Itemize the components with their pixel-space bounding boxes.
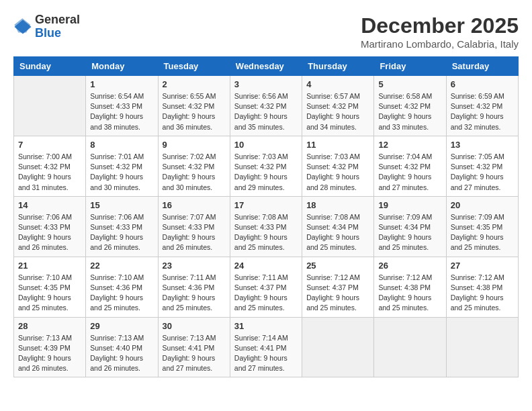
day-number: 21: [18, 261, 81, 271]
calendar-week-row: 21Sunrise: 7:10 AMSunset: 4:35 PMDayligh…: [14, 257, 519, 317]
calendar-title: December 2025: [361, 13, 519, 38]
day-info: Sunrise: 6:59 AMSunset: 4:32 PMDaylight:…: [451, 91, 514, 132]
day-info: Sunrise: 7:02 AMSunset: 4:32 PMDaylight:…: [163, 152, 226, 193]
weekday-header: Sunday: [14, 57, 86, 76]
calendar-day-cell: 17Sunrise: 7:08 AMSunset: 4:33 PMDayligh…: [230, 196, 302, 257]
day-number: 5: [378, 79, 441, 89]
day-number: 31: [234, 321, 298, 331]
title-area: December 2025 Martirano Lombardo, Calabr…: [361, 13, 519, 50]
calendar-day-cell: 10Sunrise: 7:03 AMSunset: 4:32 PMDayligh…: [230, 136, 302, 196]
day-info: Sunrise: 7:11 AMSunset: 4:37 PMDaylight:…: [234, 273, 298, 314]
calendar-day-cell: [302, 317, 374, 377]
day-number: 24: [234, 261, 298, 271]
day-number: 28: [18, 321, 81, 331]
calendar-day-cell: 30Sunrise: 7:13 AMSunset: 4:41 PMDayligh…: [158, 317, 230, 377]
day-number: 26: [378, 261, 441, 271]
weekday-header: Wednesday: [230, 57, 302, 76]
day-number: 8: [90, 140, 153, 150]
weekday-header: Tuesday: [158, 57, 230, 76]
day-info: Sunrise: 7:03 AMSunset: 4:32 PMDaylight:…: [234, 152, 298, 193]
day-number: 12: [378, 140, 441, 150]
day-number: 20: [451, 200, 514, 210]
day-info: Sunrise: 7:05 AMSunset: 4:32 PMDaylight:…: [451, 152, 514, 193]
calendar-day-cell: 8Sunrise: 7:01 AMSunset: 4:32 PMDaylight…: [86, 136, 158, 196]
day-info: Sunrise: 7:13 AMSunset: 4:39 PMDaylight:…: [18, 333, 81, 374]
calendar-day-cell: 12Sunrise: 7:04 AMSunset: 4:32 PMDayligh…: [374, 136, 446, 196]
day-number: 19: [378, 200, 441, 210]
calendar-day-cell: [374, 317, 446, 377]
calendar-day-cell: 15Sunrise: 7:06 AMSunset: 4:33 PMDayligh…: [86, 196, 158, 257]
day-info: Sunrise: 7:08 AMSunset: 4:33 PMDaylight:…: [234, 212, 298, 253]
calendar-day-cell: 13Sunrise: 7:05 AMSunset: 4:32 PMDayligh…: [446, 136, 518, 196]
logo-icon: [13, 17, 32, 36]
day-number: 23: [163, 261, 226, 271]
day-info: Sunrise: 7:13 AMSunset: 4:40 PMDaylight:…: [90, 333, 153, 374]
day-number: 2: [163, 79, 226, 89]
calendar-day-cell: 24Sunrise: 7:11 AMSunset: 4:37 PMDayligh…: [230, 257, 302, 317]
calendar-day-cell: 3Sunrise: 6:56 AMSunset: 4:32 PMDaylight…: [230, 76, 302, 136]
day-info: Sunrise: 7:10 AMSunset: 4:35 PMDaylight:…: [18, 273, 81, 314]
day-info: Sunrise: 7:12 AMSunset: 4:38 PMDaylight:…: [378, 273, 441, 314]
day-info: Sunrise: 7:14 AMSunset: 4:41 PMDaylight:…: [234, 333, 298, 374]
day-info: Sunrise: 7:07 AMSunset: 4:33 PMDaylight:…: [163, 212, 226, 253]
calendar-day-cell: 26Sunrise: 7:12 AMSunset: 4:38 PMDayligh…: [374, 257, 446, 317]
day-info: Sunrise: 6:54 AMSunset: 4:33 PMDaylight:…: [90, 91, 153, 132]
day-number: 29: [90, 321, 153, 331]
page-header: General Blue December 2025 Martirano Lom…: [13, 13, 519, 50]
calendar-day-cell: 25Sunrise: 7:12 AMSunset: 4:37 PMDayligh…: [302, 257, 374, 317]
day-number: 11: [306, 140, 369, 150]
weekday-header: Saturday: [446, 57, 518, 76]
day-number: 14: [18, 200, 81, 210]
calendar-week-row: 14Sunrise: 7:06 AMSunset: 4:33 PMDayligh…: [14, 196, 519, 257]
day-info: Sunrise: 7:13 AMSunset: 4:41 PMDaylight:…: [163, 333, 226, 374]
calendar-day-cell: [14, 76, 86, 136]
day-number: 27: [451, 261, 514, 271]
calendar-day-cell: 1Sunrise: 6:54 AMSunset: 4:33 PMDaylight…: [86, 76, 158, 136]
day-number: 7: [18, 140, 81, 150]
day-info: Sunrise: 6:57 AMSunset: 4:32 PMDaylight:…: [306, 91, 369, 132]
calendar-day-cell: 28Sunrise: 7:13 AMSunset: 4:39 PMDayligh…: [14, 317, 86, 377]
day-number: 13: [451, 140, 514, 150]
day-info: Sunrise: 6:55 AMSunset: 4:32 PMDaylight:…: [163, 91, 226, 132]
calendar-day-cell: 29Sunrise: 7:13 AMSunset: 4:40 PMDayligh…: [86, 317, 158, 377]
calendar-day-cell: 6Sunrise: 6:59 AMSunset: 4:32 PMDaylight…: [446, 76, 518, 136]
calendar-week-row: 7Sunrise: 7:00 AMSunset: 4:32 PMDaylight…: [14, 136, 519, 196]
calendar-table: SundayMondayTuesdayWednesdayThursdayFrid…: [13, 56, 519, 377]
calendar-day-cell: [446, 317, 518, 377]
day-number: 10: [234, 140, 298, 150]
calendar-week-row: 28Sunrise: 7:13 AMSunset: 4:39 PMDayligh…: [14, 317, 519, 377]
calendar-day-cell: 4Sunrise: 6:57 AMSunset: 4:32 PMDaylight…: [302, 76, 374, 136]
day-number: 17: [234, 200, 298, 210]
day-number: 3: [234, 79, 298, 89]
calendar-day-cell: 5Sunrise: 6:58 AMSunset: 4:32 PMDaylight…: [374, 76, 446, 136]
day-info: Sunrise: 7:12 AMSunset: 4:37 PMDaylight:…: [306, 273, 369, 314]
logo-text: General Blue: [35, 13, 80, 40]
calendar-day-cell: 16Sunrise: 7:07 AMSunset: 4:33 PMDayligh…: [158, 196, 230, 257]
day-number: 6: [451, 79, 514, 89]
calendar-day-cell: 31Sunrise: 7:14 AMSunset: 4:41 PMDayligh…: [230, 317, 302, 377]
day-number: 9: [163, 140, 226, 150]
day-info: Sunrise: 7:09 AMSunset: 4:34 PMDaylight:…: [378, 212, 441, 253]
day-info: Sunrise: 7:06 AMSunset: 4:33 PMDaylight:…: [90, 212, 153, 253]
day-number: 25: [306, 261, 369, 271]
day-info: Sunrise: 7:12 AMSunset: 4:38 PMDaylight:…: [451, 273, 514, 314]
day-info: Sunrise: 6:58 AMSunset: 4:32 PMDaylight:…: [378, 91, 441, 132]
calendar-day-cell: 2Sunrise: 6:55 AMSunset: 4:32 PMDaylight…: [158, 76, 230, 136]
calendar-day-cell: 23Sunrise: 7:11 AMSunset: 4:36 PMDayligh…: [158, 257, 230, 317]
day-info: Sunrise: 7:04 AMSunset: 4:32 PMDaylight:…: [378, 152, 441, 193]
calendar-day-cell: 22Sunrise: 7:10 AMSunset: 4:36 PMDayligh…: [86, 257, 158, 317]
calendar-day-cell: 19Sunrise: 7:09 AMSunset: 4:34 PMDayligh…: [374, 196, 446, 257]
day-info: Sunrise: 7:10 AMSunset: 4:36 PMDaylight:…: [90, 273, 153, 314]
day-info: Sunrise: 7:00 AMSunset: 4:32 PMDaylight:…: [18, 152, 81, 193]
weekday-header: Thursday: [302, 57, 374, 76]
day-info: Sunrise: 7:01 AMSunset: 4:32 PMDaylight:…: [90, 152, 153, 193]
calendar-subtitle: Martirano Lombardo, Calabria, Italy: [361, 38, 519, 50]
calendar-day-cell: 9Sunrise: 7:02 AMSunset: 4:32 PMDaylight…: [158, 136, 230, 196]
day-info: Sunrise: 6:56 AMSunset: 4:32 PMDaylight:…: [234, 91, 298, 132]
calendar-day-cell: 27Sunrise: 7:12 AMSunset: 4:38 PMDayligh…: [446, 257, 518, 317]
day-info: Sunrise: 7:08 AMSunset: 4:34 PMDaylight:…: [306, 212, 369, 253]
svg-marker-1: [14, 18, 30, 32]
day-number: 22: [90, 261, 153, 271]
weekday-header-row: SundayMondayTuesdayWednesdayThursdayFrid…: [14, 57, 519, 76]
calendar-week-row: 1Sunrise: 6:54 AMSunset: 4:33 PMDaylight…: [14, 76, 519, 136]
